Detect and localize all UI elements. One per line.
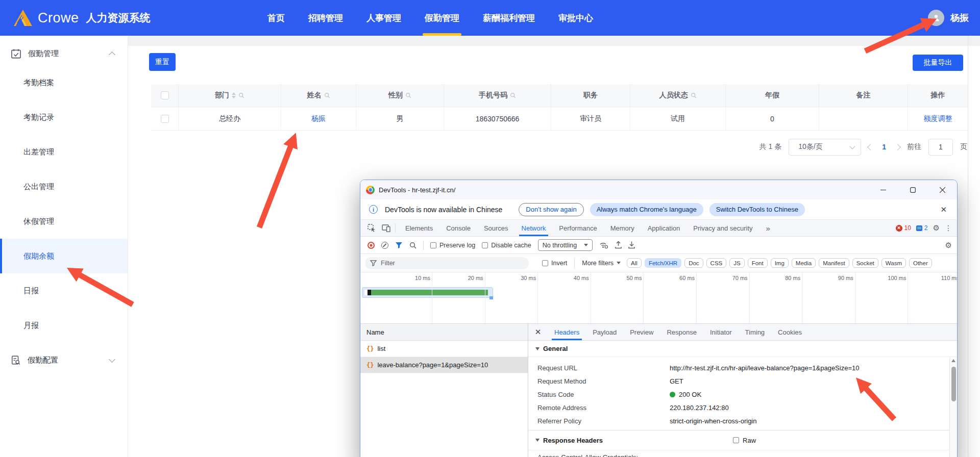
- nav-item-personnel[interactable]: 人事管理: [366, 0, 401, 36]
- cell-action-value[interactable]: 额度调整: [924, 114, 952, 123]
- general-section-header[interactable]: General: [528, 341, 957, 357]
- navbar-user[interactable]: 杨振: [928, 0, 969, 36]
- close-window-button[interactable]: [927, 180, 957, 199]
- more-filters-dropdown[interactable]: More filters: [582, 260, 621, 267]
- column-header-checkbox[interactable]: [151, 84, 179, 107]
- invert-checkbox[interactable]: Invert: [542, 260, 567, 267]
- record-icon[interactable]: [368, 242, 375, 249]
- filter-chip-all[interactable]: All: [627, 258, 642, 268]
- nav-item-payroll-benefits[interactable]: 薪酬福利管理: [483, 0, 535, 36]
- detail-tab-headers[interactable]: Headers: [548, 324, 586, 340]
- column-header-name[interactable]: 姓名: [281, 84, 356, 107]
- column-search-icon[interactable]: [238, 92, 244, 98]
- request-row[interactable]: {}leave-balance?page=1&pageSize=10: [360, 357, 528, 373]
- filter-chip-css[interactable]: CSS: [706, 258, 727, 268]
- column-search-icon[interactable]: [405, 92, 411, 98]
- sidebar-item-monthly-report[interactable]: 月报: [0, 308, 128, 343]
- sidebar-group-attendance[interactable]: 假勤管理: [0, 42, 128, 65]
- next-page-icon[interactable]: [894, 144, 901, 150]
- batch-export-button[interactable]: 批量导出: [913, 55, 963, 71]
- nav-item-recruitment[interactable]: 招聘管理: [308, 0, 343, 36]
- sidebar-group-attendance-config[interactable]: 假勤配置: [0, 343, 128, 377]
- settings-gear-icon[interactable]: ⚙: [933, 223, 940, 233]
- filter-chip-js[interactable]: JS: [729, 258, 744, 268]
- import-har-icon[interactable]: [615, 241, 622, 249]
- minimize-button[interactable]: [868, 180, 898, 199]
- devtools-tab-console[interactable]: Console: [439, 220, 477, 236]
- column-search-icon[interactable]: [691, 92, 697, 98]
- maximize-button[interactable]: [898, 180, 927, 199]
- sidebar-item-leave-management[interactable]: 休假管理: [0, 204, 128, 239]
- nav-item-approval-center[interactable]: 审批中心: [558, 0, 593, 36]
- devtools-tab-application[interactable]: Application: [641, 220, 687, 236]
- cell-name-value[interactable]: 杨振: [311, 114, 326, 123]
- filter-chip-socket[interactable]: Socket: [852, 258, 878, 268]
- detail-tab-preview[interactable]: Preview: [623, 324, 660, 340]
- column-header-annual-leave[interactable]: 年假: [726, 84, 819, 107]
- error-badge[interactable]: ✕10: [896, 224, 911, 232]
- column-header-phone[interactable]: 手机号码: [444, 84, 551, 107]
- network-conditions-icon[interactable]: [599, 241, 608, 249]
- nav-item-home[interactable]: 首页: [267, 0, 285, 36]
- filter-chip-img[interactable]: Img: [771, 258, 789, 268]
- throttling-select[interactable]: No throttling: [538, 239, 593, 251]
- column-header-action[interactable]: 操作: [908, 84, 968, 107]
- more-tabs-button[interactable]: »: [760, 220, 777, 236]
- detail-tab-cookies[interactable]: Cookies: [771, 324, 808, 340]
- sort-icons[interactable]: [232, 92, 236, 98]
- sidebar-item-leave-balance[interactable]: 假期余额: [0, 239, 128, 273]
- detail-tab-timing[interactable]: Timing: [739, 324, 772, 340]
- search-icon[interactable]: [409, 242, 416, 249]
- menu-dots-icon[interactable]: ⋮: [945, 224, 952, 232]
- clear-icon[interactable]: [381, 242, 388, 249]
- infobar-button-always-match-language[interactable]: Always match Chrome's language: [590, 203, 703, 216]
- filter-chip-media[interactable]: Media: [792, 258, 816, 268]
- page-size-select[interactable]: 10条/页: [789, 139, 861, 156]
- filter-chip-wasm[interactable]: Wasm: [881, 258, 906, 268]
- network-timeline[interactable]: 10 ms20 ms30 ms40 ms50 ms60 ms70 ms80 ms…: [360, 272, 957, 324]
- request-row[interactable]: {}list: [360, 341, 528, 357]
- detail-scrollbar[interactable]: [949, 358, 957, 457]
- detail-tab-payload[interactable]: Payload: [586, 324, 623, 340]
- filter-chip-other[interactable]: Other: [909, 258, 932, 268]
- devtools-tab-memory[interactable]: Memory: [604, 220, 641, 236]
- sidebar-item-business-trip[interactable]: 出差管理: [0, 135, 128, 169]
- prev-page-icon[interactable]: [867, 144, 874, 150]
- column-header-staff-status[interactable]: 人员状态: [630, 84, 726, 107]
- detail-tab-response[interactable]: Response: [660, 324, 703, 340]
- column-search-icon[interactable]: [324, 92, 330, 98]
- devtools-tab-network[interactable]: Network: [515, 220, 553, 236]
- filter-funnel-icon[interactable]: [395, 242, 403, 249]
- column-header-gender[interactable]: 性别: [356, 84, 444, 107]
- select-all-checkbox[interactable]: [161, 91, 169, 99]
- devtools-tab-performance[interactable]: Performance: [552, 220, 603, 236]
- filter-chip-font[interactable]: Font: [748, 258, 768, 268]
- filter-chip-manifest[interactable]: Manifest: [819, 258, 849, 268]
- current-page[interactable]: 1: [880, 143, 888, 151]
- export-har-icon[interactable]: [628, 241, 635, 249]
- row-checkbox[interactable]: [161, 115, 169, 123]
- column-search-icon[interactable]: [510, 92, 516, 98]
- column-header-remark[interactable]: 备注: [819, 84, 908, 107]
- goto-page-input[interactable]: 1: [928, 139, 953, 156]
- disable-cache-checkbox[interactable]: Disable cache: [482, 242, 531, 249]
- issues-badge[interactable]: 2: [916, 224, 928, 232]
- device-toolbar-icon[interactable]: [379, 220, 393, 236]
- detail-tab-initiator[interactable]: Initiator: [703, 324, 739, 340]
- infobar-close-icon[interactable]: ✕: [937, 205, 950, 214]
- devtools-tab-privacy-security[interactable]: Privacy and security: [687, 220, 759, 236]
- infobar-button-switch-to-chinese[interactable]: Switch DevTools to Chinese: [709, 203, 805, 216]
- devtools-tab-sources[interactable]: Sources: [477, 220, 515, 236]
- filter-chip-doc[interactable]: Doc: [684, 258, 703, 268]
- nav-item-attendance[interactable]: 假勤管理: [425, 0, 459, 36]
- devtools-tab-elements[interactable]: Elements: [399, 220, 439, 236]
- response-headers-section-header[interactable]: Response Headers Raw: [528, 430, 957, 450]
- inspect-element-icon[interactable]: [364, 220, 379, 236]
- filter-chip-fetch-xhr[interactable]: Fetch/XHR: [645, 258, 681, 268]
- column-header-department[interactable]: 部门: [179, 84, 281, 107]
- sidebar-item-attendance-record[interactable]: 考勤记录: [0, 100, 128, 135]
- close-detail-icon[interactable]: ✕: [528, 324, 548, 340]
- column-header-job[interactable]: 职务: [551, 84, 630, 107]
- sidebar-item-daily-report[interactable]: 日报: [0, 273, 128, 308]
- reset-button[interactable]: 重置: [149, 53, 176, 71]
